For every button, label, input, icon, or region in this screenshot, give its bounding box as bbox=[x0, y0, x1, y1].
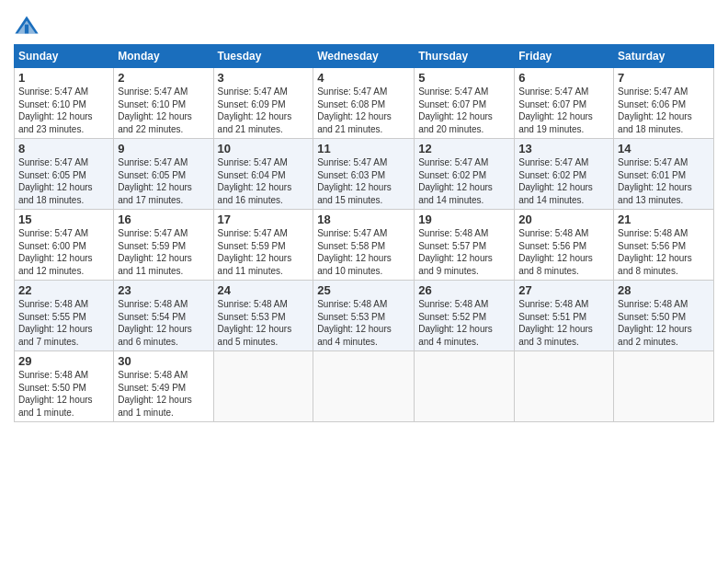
day-number: 11 bbox=[317, 142, 410, 155]
day-number: 15 bbox=[18, 213, 109, 226]
week-row-5: 29Sunrise: 5:48 AM Sunset: 5:50 PM Dayli… bbox=[15, 351, 714, 422]
day-number: 7 bbox=[618, 71, 710, 85]
day-info: Sunrise: 5:47 AM Sunset: 6:01 PM Dayligh… bbox=[618, 156, 710, 206]
day-number: 14 bbox=[618, 142, 710, 155]
calendar-cell: 28Sunrise: 5:48 AM Sunset: 5:50 PM Dayli… bbox=[614, 281, 714, 351]
logo bbox=[14, 13, 41, 39]
calendar-cell: 14Sunrise: 5:47 AM Sunset: 6:01 PM Dayli… bbox=[614, 139, 714, 210]
day-info: Sunrise: 5:47 AM Sunset: 6:10 PM Dayligh… bbox=[18, 86, 109, 135]
calendar-cell: 19Sunrise: 5:48 AM Sunset: 5:57 PM Dayli… bbox=[415, 210, 515, 281]
col-header-tuesday: Tuesday bbox=[213, 45, 313, 68]
day-info: Sunrise: 5:48 AM Sunset: 5:57 PM Dayligh… bbox=[418, 227, 510, 277]
day-number: 13 bbox=[518, 142, 609, 155]
day-info: Sunrise: 5:47 AM Sunset: 6:02 PM Dayligh… bbox=[418, 156, 510, 206]
day-info: Sunrise: 5:48 AM Sunset: 5:49 PM Dayligh… bbox=[118, 369, 209, 419]
day-info: Sunrise: 5:47 AM Sunset: 6:07 PM Dayligh… bbox=[418, 86, 510, 135]
day-number: 27 bbox=[518, 283, 609, 297]
col-header-sunday: Sunday bbox=[15, 45, 114, 68]
page: SundayMondayTuesdayWednesdayThursdayFrid… bbox=[0, 0, 728, 563]
day-info: Sunrise: 5:47 AM Sunset: 6:05 PM Dayligh… bbox=[18, 156, 109, 206]
logo-icon bbox=[14, 13, 40, 39]
calendar-cell: 2Sunrise: 5:47 AM Sunset: 6:10 PM Daylig… bbox=[114, 68, 213, 139]
day-info: Sunrise: 5:48 AM Sunset: 5:53 PM Dayligh… bbox=[317, 298, 410, 348]
calendar-cell: 17Sunrise: 5:47 AM Sunset: 5:59 PM Dayli… bbox=[213, 210, 313, 281]
day-info: Sunrise: 5:48 AM Sunset: 5:53 PM Dayligh… bbox=[218, 298, 310, 348]
day-number: 17 bbox=[218, 213, 310, 226]
calendar-cell: 13Sunrise: 5:47 AM Sunset: 6:02 PM Dayli… bbox=[515, 139, 614, 210]
day-number: 25 bbox=[317, 283, 410, 297]
calendar-cell: 30Sunrise: 5:48 AM Sunset: 5:49 PM Dayli… bbox=[114, 351, 213, 422]
day-number: 23 bbox=[118, 283, 209, 297]
week-row-4: 22Sunrise: 5:48 AM Sunset: 5:55 PM Dayli… bbox=[15, 281, 714, 351]
week-row-2: 8Sunrise: 5:47 AM Sunset: 6:05 PM Daylig… bbox=[15, 139, 714, 210]
calendar-cell bbox=[213, 351, 313, 422]
day-info: Sunrise: 5:48 AM Sunset: 5:51 PM Dayligh… bbox=[518, 298, 609, 348]
day-info: Sunrise: 5:48 AM Sunset: 5:54 PM Dayligh… bbox=[118, 298, 209, 348]
day-info: Sunrise: 5:47 AM Sunset: 6:04 PM Dayligh… bbox=[218, 156, 310, 206]
calendar-cell: 22Sunrise: 5:48 AM Sunset: 5:55 PM Dayli… bbox=[15, 281, 114, 351]
day-number: 28 bbox=[618, 283, 710, 297]
day-info: Sunrise: 5:48 AM Sunset: 5:56 PM Dayligh… bbox=[618, 227, 710, 277]
calendar-cell: 29Sunrise: 5:48 AM Sunset: 5:50 PM Dayli… bbox=[15, 351, 114, 422]
col-header-monday: Monday bbox=[114, 45, 213, 68]
day-info: Sunrise: 5:48 AM Sunset: 5:52 PM Dayligh… bbox=[418, 298, 510, 348]
day-info: Sunrise: 5:48 AM Sunset: 5:50 PM Dayligh… bbox=[618, 298, 710, 348]
day-number: 1 bbox=[18, 71, 109, 85]
day-number: 2 bbox=[118, 71, 209, 85]
day-info: Sunrise: 5:47 AM Sunset: 6:06 PM Dayligh… bbox=[618, 86, 710, 135]
day-info: Sunrise: 5:47 AM Sunset: 5:58 PM Dayligh… bbox=[317, 227, 410, 277]
week-row-3: 15Sunrise: 5:47 AM Sunset: 6:00 PM Dayli… bbox=[15, 210, 714, 281]
day-number: 5 bbox=[418, 71, 510, 85]
day-number: 24 bbox=[218, 283, 310, 297]
col-header-saturday: Saturday bbox=[614, 45, 714, 68]
calendar-cell: 24Sunrise: 5:48 AM Sunset: 5:53 PM Dayli… bbox=[213, 281, 313, 351]
day-number: 26 bbox=[418, 283, 510, 297]
day-info: Sunrise: 5:47 AM Sunset: 6:10 PM Dayligh… bbox=[118, 86, 209, 135]
calendar-cell: 21Sunrise: 5:48 AM Sunset: 5:56 PM Dayli… bbox=[614, 210, 714, 281]
calendar-cell: 16Sunrise: 5:47 AM Sunset: 5:59 PM Dayli… bbox=[114, 210, 213, 281]
calendar-cell: 23Sunrise: 5:48 AM Sunset: 5:54 PM Dayli… bbox=[114, 281, 213, 351]
svg-rect-2 bbox=[25, 25, 28, 34]
day-info: Sunrise: 5:47 AM Sunset: 6:07 PM Dayligh… bbox=[518, 86, 609, 135]
day-number: 9 bbox=[118, 142, 209, 155]
calendar-cell: 7Sunrise: 5:47 AM Sunset: 6:06 PM Daylig… bbox=[614, 68, 714, 139]
calendar-cell: 1Sunrise: 5:47 AM Sunset: 6:10 PM Daylig… bbox=[15, 68, 114, 139]
col-header-wednesday: Wednesday bbox=[313, 45, 415, 68]
calendar-cell: 9Sunrise: 5:47 AM Sunset: 6:05 PM Daylig… bbox=[114, 139, 213, 210]
header bbox=[14, 9, 714, 39]
day-number: 3 bbox=[218, 71, 310, 85]
calendar-table: SundayMondayTuesdayWednesdayThursdayFrid… bbox=[14, 44, 714, 422]
day-number: 6 bbox=[518, 71, 609, 85]
calendar-cell bbox=[515, 351, 614, 422]
calendar-cell: 12Sunrise: 5:47 AM Sunset: 6:02 PM Dayli… bbox=[415, 139, 515, 210]
calendar-cell: 27Sunrise: 5:48 AM Sunset: 5:51 PM Dayli… bbox=[515, 281, 614, 351]
calendar-cell: 3Sunrise: 5:47 AM Sunset: 6:09 PM Daylig… bbox=[213, 68, 313, 139]
day-number: 8 bbox=[18, 142, 109, 155]
calendar-cell: 8Sunrise: 5:47 AM Sunset: 6:05 PM Daylig… bbox=[15, 139, 114, 210]
day-info: Sunrise: 5:47 AM Sunset: 6:05 PM Dayligh… bbox=[118, 156, 209, 206]
day-number: 4 bbox=[317, 71, 410, 85]
calendar-cell: 25Sunrise: 5:48 AM Sunset: 5:53 PM Dayli… bbox=[313, 281, 415, 351]
day-number: 21 bbox=[618, 213, 710, 226]
day-number: 16 bbox=[118, 213, 209, 226]
calendar-cell: 11Sunrise: 5:47 AM Sunset: 6:03 PM Dayli… bbox=[313, 139, 415, 210]
col-header-thursday: Thursday bbox=[415, 45, 515, 68]
calendar-cell: 15Sunrise: 5:47 AM Sunset: 6:00 PM Dayli… bbox=[15, 210, 114, 281]
day-info: Sunrise: 5:48 AM Sunset: 5:50 PM Dayligh… bbox=[18, 369, 109, 419]
calendar-cell: 5Sunrise: 5:47 AM Sunset: 6:07 PM Daylig… bbox=[415, 68, 515, 139]
calendar-cell bbox=[313, 351, 415, 422]
day-info: Sunrise: 5:47 AM Sunset: 6:08 PM Dayligh… bbox=[317, 86, 410, 135]
day-info: Sunrise: 5:48 AM Sunset: 5:55 PM Dayligh… bbox=[18, 298, 109, 348]
day-info: Sunrise: 5:47 AM Sunset: 6:09 PM Dayligh… bbox=[218, 86, 310, 135]
calendar-cell: 20Sunrise: 5:48 AM Sunset: 5:56 PM Dayli… bbox=[515, 210, 614, 281]
calendar-cell: 6Sunrise: 5:47 AM Sunset: 6:07 PM Daylig… bbox=[515, 68, 614, 139]
day-number: 19 bbox=[418, 213, 510, 226]
col-header-friday: Friday bbox=[515, 45, 614, 68]
calendar-cell bbox=[614, 351, 714, 422]
day-info: Sunrise: 5:47 AM Sunset: 5:59 PM Dayligh… bbox=[218, 227, 310, 277]
calendar-cell: 4Sunrise: 5:47 AM Sunset: 6:08 PM Daylig… bbox=[313, 68, 415, 139]
day-number: 22 bbox=[18, 283, 109, 297]
day-number: 30 bbox=[118, 354, 209, 368]
week-row-1: 1Sunrise: 5:47 AM Sunset: 6:10 PM Daylig… bbox=[15, 68, 714, 139]
day-info: Sunrise: 5:47 AM Sunset: 5:59 PM Dayligh… bbox=[118, 227, 209, 277]
